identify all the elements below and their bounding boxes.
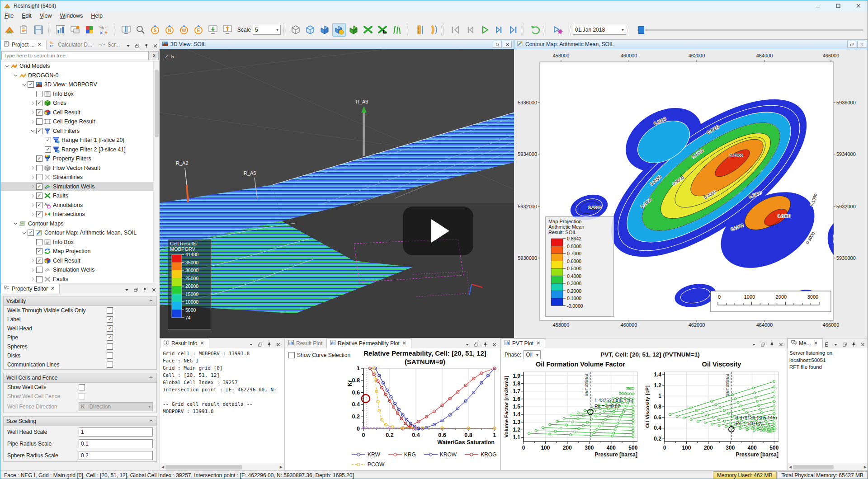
scale-select[interactable]: 5▾ [253,25,281,35]
menu-file[interactable]: File [0,12,18,20]
legend-item-krog[interactable]: KROG [465,451,496,458]
dock-menu-icon[interactable] [750,340,758,348]
tree-checkbox[interactable] [36,193,42,199]
undo-icon[interactable] [529,23,542,37]
float-icon[interactable] [133,42,141,50]
cube-edge-icon[interactable] [303,23,317,37]
view3d-viewport[interactable]: R_A2R_A3R_A5 Z: 5 Cell Results: MOBPORV … [160,49,514,338]
tab-pvt-plot[interactable]: PVT Plot✕ [501,338,545,348]
summary-grid-icon[interactable] [83,23,96,37]
cube-wire-icon[interactable] [289,23,302,37]
close-icon[interactable] [274,340,282,348]
memory-used-indicator[interactable]: Memory Used: 462 MB [713,471,777,479]
tab-close-icon[interactable]: ✕ [50,286,56,291]
tree-item-property-filters[interactable]: Property Filters [1,154,159,164]
tree-item-drogon-0[interactable]: DROGON-0 [1,71,159,80]
view-split-icon[interactable] [119,23,133,37]
snap-up-icon[interactable] [221,23,234,37]
view3d-titlebar[interactable]: 3D View: SOIL [160,39,514,49]
expander-closed-icon[interactable] [29,109,36,116]
tab-project-tree[interactable]: Project ...✕ [0,40,47,50]
tree-item-streamlines[interactable]: Streamlines [1,173,159,182]
contour-map-view[interactable]: 4580004580004600004600004620004620004640… [514,49,868,338]
tree-checkbox[interactable] [28,81,34,88]
tab-scripts[interactable]: </> Scr... [96,40,124,50]
expander-open-icon[interactable] [29,127,36,134]
horizontal-scrollbar[interactable]: ◀ ▶ [788,464,868,470]
east-icon[interactable]: E [192,23,205,37]
property-checkbox[interactable] [107,352,113,359]
section-header[interactable]: Visibility [4,296,156,306]
tree-checkbox[interactable] [36,258,42,264]
snap-down-icon[interactable] [206,23,220,37]
float-icon[interactable] [256,340,264,348]
slider-handle[interactable] [638,26,644,34]
save-icon[interactable] [32,23,45,37]
tree-item-cell-edge-result[interactable]: Cell Edge Result [1,117,159,127]
property-checkbox[interactable] [107,362,113,368]
close-icon[interactable] [777,340,785,348]
expander-closed-icon[interactable] [29,202,36,208]
timestep-slider[interactable] [637,25,865,34]
legend-item-pcow[interactable]: PCOW [352,461,384,468]
tree-item-map-projection[interactable]: Map Projection [1,247,159,256]
tree-item-cell-result[interactable]: Cell Result [1,256,159,266]
faults-x-icon[interactable] [361,23,375,37]
pin-icon[interactable] [850,340,858,348]
dock-menu-icon[interactable] [123,286,131,294]
close-icon[interactable] [490,340,498,348]
float-icon[interactable] [759,340,767,348]
tree-scrollbar[interactable] [153,61,159,283]
tree-checkbox[interactable] [36,100,42,106]
tree-checkbox[interactable] [36,91,42,97]
close-window-button[interactable] [503,41,512,48]
dock-menu-icon[interactable] [832,340,840,348]
ruler-flat-icon[interactable] [412,23,426,37]
tree-item-contour-map-arithmetic-mean-soil[interactable]: Contour Map: Arithmetic Mean, SOIL [1,228,159,238]
tree-item-range-filter-2-j-slice-41[interactable]: Range Filter 2 [J-slice 41] [1,145,159,155]
ruler-curved-icon[interactable] [427,23,440,37]
tree-checkbox[interactable] [36,109,42,116]
property-checkbox[interactable] [107,343,113,350]
scroll-left-icon[interactable]: ◀ [160,465,165,469]
tree-checkbox[interactable] [36,174,42,180]
expander-closed-icon[interactable] [29,257,36,264]
property-checkbox[interactable] [107,307,113,314]
maximize-button[interactable] [828,0,848,11]
wells-icon[interactable] [390,23,404,37]
log-filter-icon[interactable] [823,340,831,348]
fault-cube-icon[interactable] [347,23,360,37]
float-icon[interactable] [132,286,140,294]
section-header[interactable]: Size Scaling [4,417,156,426]
expander-closed-icon[interactable] [29,211,36,218]
app-logo-icon[interactable] [3,23,16,37]
west-icon[interactable]: W [177,23,191,37]
tree-checkbox[interactable] [28,230,34,236]
tree-item-faults[interactable]: Faults [1,191,159,201]
video-play-button[interactable] [403,207,473,255]
tree-item-cell-result[interactable]: Cell Result [1,108,159,117]
expander-closed-icon[interactable] [29,164,36,171]
tree-item-simulation-wells[interactable]: Simulation Wells [1,265,159,275]
tree-item-3d-view-mobporv[interactable]: 3D View: MOBPORV [1,80,159,89]
tab-close-icon[interactable]: ✕ [37,42,42,47]
tab-close-icon[interactable]: ✕ [813,340,819,346]
tree-checkbox[interactable] [36,155,42,162]
tree-checkbox[interactable] [45,137,51,143]
tab-close-icon[interactable]: ✕ [401,340,407,346]
expander-closed-icon[interactable] [29,174,36,181]
property-input[interactable]: 0.2 [79,451,153,460]
tree-checkbox[interactable] [36,248,42,254]
menu-windows[interactable]: Windows [56,12,87,20]
property-checkbox[interactable] [107,334,113,341]
zoom-all-icon[interactable] [134,23,147,37]
tab-close-icon[interactable]: ✕ [199,340,205,346]
close-icon[interactable] [859,340,867,348]
tree-item-info-box[interactable]: Info Box [1,238,159,247]
property-checkbox[interactable] [107,316,113,323]
tree-checkbox[interactable] [36,267,42,273]
tree-item-faults[interactable]: Faults [1,275,159,284]
tree-item-contour-maps[interactable]: Contour Maps [1,219,159,229]
legend-item-krw[interactable]: KRW [352,451,380,458]
expander-closed-icon[interactable] [29,276,36,282]
